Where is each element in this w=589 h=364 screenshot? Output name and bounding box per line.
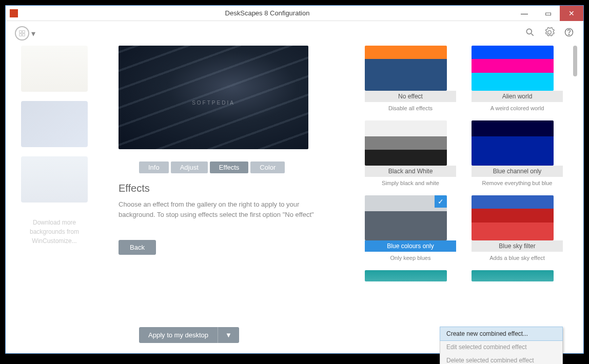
effect-name: Blue colours only <box>365 240 456 252</box>
svg-point-4 <box>526 29 532 34</box>
effect-thumb <box>472 270 554 281</box>
section-title: Effects <box>119 183 344 194</box>
effect-thumb: ✓ <box>365 195 447 240</box>
search-icon[interactable] <box>525 27 535 39</box>
app-window: DeskScapes 8 Configuration — ▭ ✕ ▾ Downl… <box>5 5 584 354</box>
effect-alien-world[interactable]: Alien world A weird colored world <box>472 46 563 111</box>
effect-name: Blue sky filter <box>472 240 563 252</box>
effect-thumb <box>472 120 554 166</box>
effects-panel: No effect Disable all effects Alien worl… <box>355 46 583 333</box>
svg-rect-3 <box>23 34 25 36</box>
tabs: Info Adjust Effects Color <box>139 161 344 173</box>
download-link[interactable]: Download more backgrounds from WinCustom… <box>21 218 88 246</box>
svg-point-7 <box>568 34 569 35</box>
window-controls: — ▭ ✕ <box>513 6 583 21</box>
effect-thumb <box>472 195 554 240</box>
background-thumb-1[interactable] <box>21 46 88 92</box>
menu-icon <box>15 26 29 41</box>
apply-button[interactable]: Apply to my desktop ▼ <box>139 327 239 343</box>
help-icon[interactable] <box>564 27 574 39</box>
effect-blue-channel[interactable]: Blue channel only Remove everything but … <box>472 120 563 186</box>
tab-adjust[interactable]: Adjust <box>171 161 208 173</box>
effect-desc: Disable all effects <box>365 105 456 111</box>
effect-blue-sky[interactable]: Blue sky filter Adds a blue sky effect <box>472 195 563 261</box>
effect-desc: Remove everything but blue <box>472 180 563 186</box>
content: Download more backgrounds from WinCustom… <box>6 46 583 333</box>
effect-blue-colours[interactable]: ✓ Blue colours only Only keep blues <box>365 195 456 261</box>
section-description: Choose an effect from the gallery on the… <box>119 199 324 219</box>
menu-button[interactable]: ▾ <box>15 26 35 41</box>
apply-dropdown-icon[interactable]: ▼ <box>218 327 239 343</box>
svg-rect-0 <box>19 31 22 33</box>
effect-desc: Only keep blues <box>365 255 456 261</box>
effect-black-white[interactable]: Black and White Simply black and white <box>365 120 456 186</box>
effect-thumb <box>365 46 447 91</box>
effect-name: Black and White <box>365 166 456 177</box>
effect-desc: Adds a blue sky effect <box>472 255 563 261</box>
back-button[interactable]: Back <box>119 240 156 255</box>
watermark: SOFTPEDIA <box>192 100 235 106</box>
preview-image: SOFTPEDIA <box>119 46 308 149</box>
effect-thumb <box>472 46 554 91</box>
toolbar: ▾ <box>6 21 583 46</box>
window-title: DeskScapes 8 Configuration <box>22 9 513 17</box>
effect-desc: Simply black and white <box>365 180 456 186</box>
minimize-button[interactable]: — <box>513 6 536 21</box>
menu-delete-combined: Delete selected combined effect <box>440 354 562 364</box>
effect-desc: A weird colored world <box>472 105 563 111</box>
maximize-button[interactable]: ▭ <box>536 6 560 21</box>
tab-color[interactable]: Color <box>250 161 285 173</box>
background-thumb-2[interactable] <box>21 101 88 147</box>
menu-create-combined[interactable]: Create new combined effect... <box>440 327 563 341</box>
chevron-down-icon: ▾ <box>31 29 35 38</box>
svg-line-5 <box>532 34 534 36</box>
scrollbar[interactable] <box>573 46 577 76</box>
svg-rect-1 <box>23 31 25 33</box>
titlebar: DeskScapes 8 Configuration — ▭ ✕ <box>6 6 583 21</box>
effect-no-effect[interactable]: No effect Disable all effects <box>365 46 456 111</box>
effect-name: No effect <box>365 91 456 102</box>
menu-edit-combined: Edit selected combined effect <box>440 340 562 354</box>
svg-rect-2 <box>19 34 22 36</box>
gear-icon[interactable] <box>544 27 555 39</box>
background-thumb-3[interactable] <box>21 156 88 203</box>
close-button[interactable]: ✕ <box>560 6 583 21</box>
bottom-bar: Apply to my desktop ▼ Combined effects ▼… <box>6 327 583 343</box>
effect-name: Blue channel only <box>472 166 563 177</box>
effect-more-1[interactable] <box>365 270 456 281</box>
check-icon: ✓ <box>435 195 447 208</box>
effect-thumb <box>365 270 447 281</box>
effect-name: Alien world <box>472 91 563 102</box>
apply-label: Apply to my desktop <box>139 327 218 343</box>
sidebar: Download more backgrounds from WinCustom… <box>6 46 108 333</box>
app-icon <box>10 9 18 17</box>
effect-thumb <box>365 120 447 166</box>
tab-effects[interactable]: Effects <box>210 161 249 173</box>
combined-effects-menu: Create new combined effect... Edit selec… <box>440 327 563 364</box>
tab-info[interactable]: Info <box>139 161 169 173</box>
middle-panel: SOFTPEDIA Info Adjust Effects Color Effe… <box>108 46 355 333</box>
effect-more-2[interactable] <box>472 270 563 281</box>
